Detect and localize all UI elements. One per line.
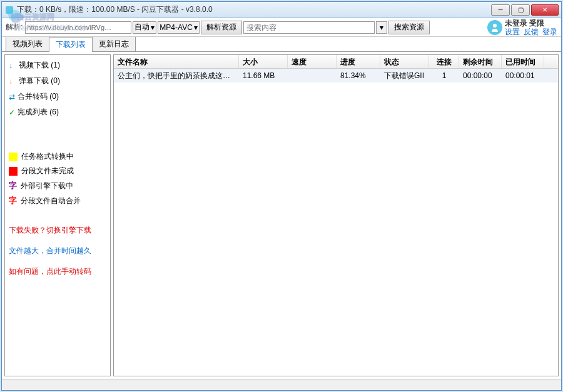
legend-segment-incomplete: 分段文件未完成	[9, 166, 106, 176]
statusbar	[2, 379, 561, 390]
chevron-down-icon: ▾	[194, 23, 198, 32]
check-icon: ✓	[9, 108, 15, 117]
cell-progress: 81.34%	[337, 69, 380, 82]
col-filename[interactable]: 文件名称	[114, 55, 239, 68]
search-dropdown[interactable]: ▾	[376, 21, 387, 34]
maximize-button[interactable]: ▢	[511, 4, 530, 16]
window-controls: ─ ▢ ✕	[490, 4, 559, 16]
col-connections[interactable]: 连接	[429, 55, 459, 68]
col-speed[interactable]: 速度	[288, 55, 337, 68]
cell-status: 下载错误GII	[380, 69, 429, 83]
legend-external-engine: 字 外部引擎下载中	[9, 180, 106, 191]
titlebar[interactable]: 下载：0 KB/s，限速：100.00 MB/S - 闪豆下载器 - v3.8.…	[2, 2, 561, 18]
legend-auto-merge: 字 分段文件自动合并	[9, 195, 106, 206]
login-link[interactable]: 登录	[542, 28, 557, 36]
limit-status: 受限	[529, 19, 544, 28]
col-elapsed[interactable]: 已用时间	[502, 55, 544, 68]
swatch-yellow	[9, 153, 18, 161]
down-arrow-icon: ↓	[9, 61, 16, 70]
feedback-link[interactable]: 反馈	[524, 28, 539, 36]
tips-block: 下载失败？切换引擎下载 文件越大，合并时间越久 如有问题，点此手动转码	[9, 225, 106, 277]
down-arrow-icon: ↓	[9, 77, 16, 86]
url-input[interactable]	[25, 21, 131, 34]
tab-download-list[interactable]: 下载列表	[49, 37, 93, 52]
sidebar-item-video-download[interactable]: ↓ 视频下载 (1)	[9, 58, 106, 73]
legend-block: 任务格式转换中 分段文件未完成 字 外部引擎下载中 字 分段文件自动合并	[9, 151, 106, 206]
user-text: 未登录 受限 设置 反馈 登录	[505, 19, 557, 36]
parse-label: 解析:	[6, 22, 23, 33]
swap-icon: ⇄	[9, 93, 15, 101]
minimize-button[interactable]: ─	[491, 4, 510, 16]
table-row[interactable]: 公主们，快把手里的奶茶换成这个小… 11.66 MB 81.34% 下载错误GI…	[114, 69, 558, 83]
swatch-red	[9, 167, 18, 176]
search-button[interactable]: 搜索资源	[388, 21, 430, 34]
chevron-down-icon: ▾	[380, 23, 383, 32]
cell-filename: 公主们，快把手里的奶茶换成这个小…	[114, 69, 239, 83]
auto-dropdown[interactable]: 自动▾	[133, 21, 156, 34]
table-body: 公主们，快把手里的奶茶换成这个小… 11.66 MB 81.34% 下载错误GI…	[114, 69, 558, 376]
tip-merge-time[interactable]: 文件越大，合并时间越久	[9, 246, 106, 256]
cell-speed	[288, 74, 337, 78]
sidebar-item-completed[interactable]: ✓ 完成列表 (6)	[9, 104, 106, 120]
sidebar-item-merge-transcode[interactable]: ⇄ 合并转码 (0)	[9, 89, 106, 104]
col-remaining[interactable]: 剩余时间	[459, 55, 502, 68]
tip-switch-engine[interactable]: 下载失败？切换引擎下载	[9, 225, 106, 236]
content-panel: 文件名称 大小 速度 进度 状态 连接 剩余时间 已用时间 公主们，快把手里的奶…	[113, 54, 559, 376]
col-size[interactable]: 大小	[239, 55, 288, 68]
close-button[interactable]: ✕	[531, 4, 559, 16]
char-icon: 字	[9, 195, 17, 206]
app-window: 下载：0 KB/s，限速：100.00 MB/S - 闪豆下载器 - v3.8.…	[1, 1, 562, 391]
app-icon	[4, 5, 14, 15]
col-status[interactable]: 状态	[380, 55, 429, 68]
char-icon: 字	[9, 180, 17, 191]
avatar[interactable]	[487, 20, 502, 35]
cell-elapsed: 00:00:01	[502, 69, 544, 82]
tip-manual-transcode[interactable]: 如有问题，点此手动转码	[9, 266, 106, 277]
tab-changelog[interactable]: 更新日志	[92, 36, 136, 51]
sidebar: ↓ 视频下载 (1) ↓ 弹幕下载 (0) ⇄ 合并转码 (0) ✓ 完成列表 …	[4, 54, 111, 376]
sidebar-item-danmu-download[interactable]: ↓ 弹幕下载 (0)	[9, 73, 106, 89]
svg-point-3	[493, 24, 497, 28]
search-input[interactable]	[243, 21, 375, 34]
window-title: 下载：0 KB/s，限速：100.00 MB/S - 闪豆下载器 - v3.8.…	[17, 4, 490, 15]
svg-rect-0	[6, 6, 13, 14]
table-header: 文件名称 大小 速度 进度 状态 连接 剩余时间 已用时间	[114, 55, 558, 69]
col-progress[interactable]: 进度	[337, 55, 380, 68]
cell-size: 11.66 MB	[239, 69, 288, 82]
cell-remaining: 00:00:00	[459, 69, 502, 82]
login-status: 未登录	[505, 19, 527, 28]
tabs-row: 视频列表 下载列表 更新日志	[2, 37, 561, 52]
main-area: ↓ 视频下载 (1) ↓ 弹幕下载 (0) ⇄ 合并转码 (0) ✓ 完成列表 …	[2, 52, 561, 379]
parse-button[interactable]: 解析资源	[201, 21, 242, 34]
settings-link[interactable]: 设置	[505, 28, 520, 36]
tab-video-list[interactable]: 视频列表	[6, 36, 49, 51]
user-block: 未登录 受限 设置 反馈 登录	[487, 19, 557, 36]
toolbar: 白云资源网 WWW.52BYW.CN 解析: 自动▾ MP4-AVC▾ 解析资源…	[2, 18, 561, 37]
cell-connections: 1	[429, 69, 459, 82]
format-dropdown[interactable]: MP4-AVC▾	[158, 21, 199, 34]
chevron-down-icon: ▾	[151, 23, 155, 32]
legend-format-convert: 任务格式转换中	[9, 151, 106, 162]
